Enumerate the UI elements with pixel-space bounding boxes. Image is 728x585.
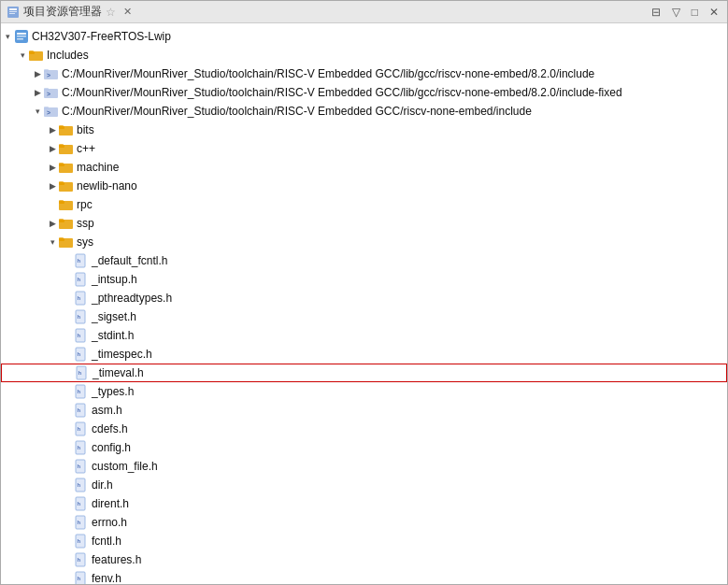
tree-item-file-stdint[interactable]: h _stdint.h xyxy=(1,326,727,345)
toggle-icon[interactable]: ▶ xyxy=(46,142,59,155)
folder-icon xyxy=(59,235,74,250)
item-label: _timespec.h xyxy=(92,345,152,364)
svg-rect-31 xyxy=(59,181,64,184)
tree-item-file-dirent[interactable]: h dirent.h xyxy=(1,494,727,513)
toggle-placeholder xyxy=(61,572,74,584)
tree-item-file-types[interactable]: h _types.h xyxy=(1,382,727,401)
toggle-icon[interactable]: ▾ xyxy=(16,49,29,62)
item-label: cdefs.h xyxy=(92,420,128,438)
include-folder-icon: > xyxy=(44,85,59,100)
tree-item-sys[interactable]: ▾ sys xyxy=(1,233,727,251)
tree-item-path2[interactable]: ▶ > C:/MounRiver/MounRiver_Studio/toolch… xyxy=(1,83,727,102)
svg-rect-37 xyxy=(59,219,64,221)
tree-item-file-cdefs[interactable]: h cdefs.h xyxy=(1,420,727,438)
tree-item-file-intsup[interactable]: h _intsup.h xyxy=(1,270,727,289)
h-file-icon: h xyxy=(74,440,89,455)
toggle-icon[interactable]: ▶ xyxy=(46,123,59,136)
tree-item-file-default_fcntl[interactable]: h _default_fcntl.h xyxy=(1,251,727,270)
h-file-icon: h xyxy=(74,421,89,436)
dropdown-button[interactable]: ▽ xyxy=(669,5,683,20)
restore-button[interactable]: □ xyxy=(689,5,701,20)
tree-item-newlib-nano[interactable]: ▶ newlib-nano xyxy=(1,177,727,195)
toggle-icon[interactable]: ▶ xyxy=(46,179,59,193)
folder-icon xyxy=(59,122,74,137)
tree-item-file-pthreadtypes[interactable]: h _pthreadtypes.h xyxy=(1,289,727,307)
tree-item-file-asm[interactable]: h asm.h xyxy=(1,401,727,420)
tree-item-file-custom_file[interactable]: h custom_file.h xyxy=(1,457,727,476)
tree-item-ssp[interactable]: ▶ ssp xyxy=(1,214,727,233)
toggle-icon[interactable]: ▾ xyxy=(1,30,14,43)
minimize-button[interactable]: ⊟ xyxy=(649,5,664,20)
svg-rect-25 xyxy=(59,144,64,147)
tree-item-file-errno[interactable]: h errno.h xyxy=(1,513,727,532)
svg-rect-3 xyxy=(9,13,15,14)
item-label: fenv.h xyxy=(92,569,121,584)
tree-container[interactable]: ▾ CH32V307-FreeRTOS-Lwip ▾ Includes ▶ > … xyxy=(1,23,727,584)
tree-item-file-dir[interactable]: h dir.h xyxy=(1,476,727,494)
tree-item-project-root[interactable]: ▾ CH32V307-FreeRTOS-Lwip xyxy=(1,27,727,46)
tree-item-file-timeval[interactable]: h _timeval.h xyxy=(1,364,727,382)
toggle-placeholder xyxy=(62,366,75,379)
tree-item-file-config[interactable]: h config.h xyxy=(1,438,727,457)
toggle-placeholder xyxy=(61,553,74,566)
svg-rect-5 xyxy=(17,33,26,35)
toggle-icon[interactable]: ▶ xyxy=(31,67,44,80)
item-label: errno.h xyxy=(92,513,127,532)
toggle-icon[interactable]: ▾ xyxy=(46,235,59,249)
folder-icon xyxy=(59,178,74,193)
project-icon xyxy=(14,29,29,44)
toggle-icon[interactable]: ▶ xyxy=(31,86,44,99)
tree-item-machine[interactable]: ▶ machine xyxy=(1,158,727,177)
toggle-placeholder xyxy=(61,329,74,342)
h-file-icon: h xyxy=(74,384,89,399)
svg-rect-10 xyxy=(29,50,34,53)
tree-item-bits[interactable]: ▶ bits xyxy=(1,121,727,139)
svg-text:h: h xyxy=(78,258,81,264)
toggle-icon[interactable]: ▾ xyxy=(31,105,44,118)
svg-text:h: h xyxy=(78,501,81,507)
title-separator: ☆ xyxy=(106,6,116,19)
tree-item-file-timespec[interactable]: h _timespec.h xyxy=(1,345,727,364)
window-icon xyxy=(7,6,20,19)
tree-item-path1[interactable]: ▶ > C:/MounRiver/MounRiver_Studio/toolch… xyxy=(1,64,727,83)
toggle-placeholder xyxy=(46,198,59,211)
toggle-placeholder xyxy=(61,292,74,305)
tree-item-path3[interactable]: ▾ > C:/MounRiver/MounRiver_Studio/toolch… xyxy=(1,102,727,121)
tree-item-file-sigset[interactable]: h _sigset.h xyxy=(1,307,727,326)
svg-rect-2 xyxy=(9,11,17,12)
toggle-placeholder xyxy=(61,385,74,398)
item-label: features.h xyxy=(92,550,141,569)
tree-item-file-fenv[interactable]: h fenv.h xyxy=(1,569,727,584)
tree-item-file-features[interactable]: h features.h xyxy=(1,550,727,569)
h-file-icon: h xyxy=(74,347,89,362)
tree-item-rpc[interactable]: rpc xyxy=(1,195,727,214)
toggle-placeholder xyxy=(61,422,74,435)
tree-item-file-fcntl[interactable]: h fcntl.h xyxy=(1,532,727,550)
h-file-icon: h xyxy=(75,365,90,380)
item-label: _default_fcntl.h xyxy=(92,251,167,270)
toggle-icon[interactable]: ▶ xyxy=(46,161,59,174)
toggle-icon[interactable]: ▶ xyxy=(46,217,59,230)
toggle-placeholder xyxy=(61,535,74,548)
h-file-icon: h xyxy=(74,552,89,567)
tree-item-includes[interactable]: ▾ Includes xyxy=(1,46,727,64)
tab-close-button[interactable]: ✕ xyxy=(123,6,132,18)
toggle-placeholder xyxy=(61,516,74,529)
item-label: rpc xyxy=(77,195,93,214)
item-label: C:/MounRiver/MounRiver_Studio/toolchain/… xyxy=(62,83,622,102)
h-file-icon: h xyxy=(74,571,89,584)
svg-text:h: h xyxy=(78,314,81,320)
svg-text:h: h xyxy=(78,295,81,301)
item-label: sys xyxy=(77,233,93,251)
tree-item-cpp[interactable]: ▶ c++ xyxy=(1,139,727,158)
svg-rect-7 xyxy=(17,38,23,40)
h-file-icon: h xyxy=(74,515,89,530)
svg-text:h: h xyxy=(78,464,81,469)
svg-text:h: h xyxy=(78,482,81,488)
toggle-placeholder xyxy=(61,273,74,286)
toggle-placeholder xyxy=(61,310,74,323)
include-folder-icon: > xyxy=(44,66,59,81)
item-label: ssp xyxy=(77,214,94,233)
item-label: custom_file.h xyxy=(92,457,158,476)
close-button[interactable]: ✕ xyxy=(707,5,721,20)
